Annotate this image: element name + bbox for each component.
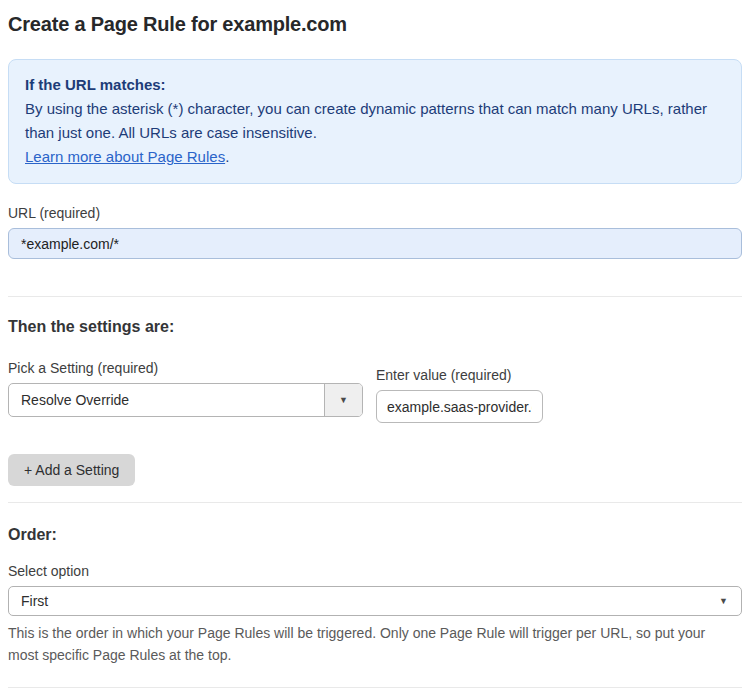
order-section-heading: Order:	[8, 526, 742, 544]
chevron-down-icon: ▼	[719, 597, 728, 606]
create-page-rule-form: Create a Page Rule for example.com If th…	[0, 0, 750, 691]
order-select-value: First	[21, 593, 48, 609]
info-box-body: By using the asterisk (*) character, you…	[25, 97, 725, 145]
settings-section-heading: Then the settings are:	[8, 318, 742, 336]
info-box-heading: If the URL matches:	[25, 73, 725, 97]
url-match-info-box: If the URL matches: By using the asteris…	[8, 59, 742, 184]
setting-select-value: Resolve Override	[9, 384, 324, 416]
url-field-label: URL (required)	[8, 205, 742, 221]
divider	[8, 687, 742, 688]
setting-value-label: Enter value (required)	[376, 367, 543, 383]
chevron-down-icon: ▼	[339, 396, 348, 405]
order-select[interactable]: First ▼	[8, 586, 742, 616]
learn-more-link[interactable]: Learn more about Page Rules	[25, 148, 225, 165]
setting-value-input[interactable]	[376, 390, 543, 423]
add-setting-button[interactable]: + Add a Setting	[8, 454, 135, 486]
order-help-text: This is the order in which your Page Rul…	[8, 622, 728, 666]
order-select-label: Select option	[8, 563, 742, 579]
info-box-link-line: Learn more about Page Rules.	[25, 145, 725, 169]
settings-row: Pick a Setting (required) Resolve Overri…	[8, 360, 742, 423]
divider	[8, 502, 742, 503]
page-title: Create a Page Rule for example.com	[8, 13, 742, 36]
link-suffix: .	[225, 148, 229, 165]
divider	[8, 296, 742, 297]
url-input[interactable]	[8, 228, 742, 259]
setting-select-column: Pick a Setting (required) Resolve Overri…	[8, 360, 363, 423]
setting-value-column: Enter value (required)	[376, 367, 543, 423]
setting-select-label: Pick a Setting (required)	[8, 360, 363, 376]
setting-select-arrow-button[interactable]: ▼	[324, 384, 362, 416]
url-field-block: URL (required)	[8, 205, 742, 259]
setting-select[interactable]: Resolve Override ▼	[8, 383, 363, 417]
